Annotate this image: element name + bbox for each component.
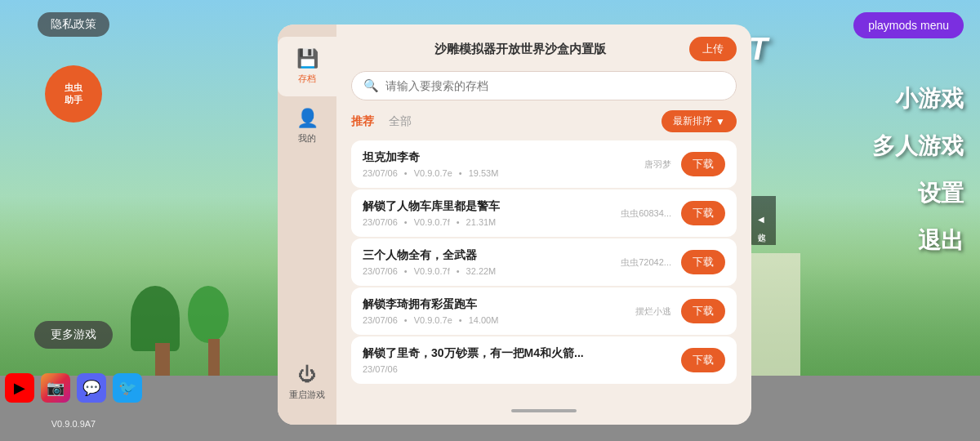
search-icon: 🔍 [363, 78, 379, 93]
filter-tab-recommended[interactable]: 推荐 [351, 114, 374, 129]
twitter-icon[interactable]: 🐦 [113, 373, 142, 403]
save-item-4[interactable]: 解锁了里奇，30万钞票，有一把M4和火箭... 23/07/06 下载 [351, 336, 737, 384]
sidebar-item-restart-label: 重启游戏 [289, 389, 325, 401]
save-author-3: 摆烂小逃 [635, 305, 671, 318]
menu-item-settings[interactable]: 设置 [918, 178, 964, 209]
sort-chevron-icon: ▼ [715, 116, 725, 127]
save-info-4: 解锁了里奇，30万钞票，有一把M4和火箭... 23/07/06 [363, 346, 681, 374]
save-meta-1: 23/07/06 • V0.9.0.7f • 21.31M [363, 217, 621, 227]
youtube-icon-symbol: ▶ [14, 379, 25, 397]
save-meta-0: 23/07/06 • V0.9.0.7e • 19.53M [363, 168, 644, 178]
modal-title: 沙雕模拟器开放世界沙盒内置版 [351, 42, 689, 57]
modal-panel: 💾 存档 👤 我的 ⏻ 重启游戏 沙雕模拟器开放世界沙盒内置版 上传 🔍 推荐 … [278, 24, 751, 425]
save-size-3: 14.00M [469, 315, 499, 325]
save-dot-2: • [404, 266, 408, 276]
social-icons-row: ▶ 📷 💬 🐦 [5, 373, 142, 403]
download-button-0[interactable]: 下载 [681, 152, 725, 176]
instagram-icon-symbol: 📷 [47, 379, 65, 397]
sidebar-item-saves[interactable]: 💾 存档 [278, 37, 336, 96]
filter-tab-all[interactable]: 全部 [389, 114, 412, 129]
save-meta-3: 23/07/06 • V0.9.0.7e • 14.00M [363, 315, 635, 325]
save-meta-2: 23/07/06 • V0.9.0.7f • 32.22M [363, 266, 621, 276]
save-meta-4: 23/07/06 [363, 364, 681, 374]
save-info-1: 解锁了人物车库里都是警车 23/07/06 • V0.9.0.7f • 21.3… [363, 199, 621, 227]
playmods-menu-button[interactable]: playmods menu [853, 12, 964, 38]
save-date-1: 23/07/06 [363, 217, 398, 227]
save-author-0: 唐羽梦 [644, 158, 671, 171]
right-menu-items: 小游戏 多人游戏 设置 退出 [784, 83, 964, 256]
save-name-2: 三个人物全有，全武器 [363, 248, 621, 263]
instagram-icon[interactable]: 📷 [41, 373, 70, 403]
restart-icon: ⏻ [298, 364, 316, 385]
save-item-2[interactable]: 三个人物全有，全武器 23/07/06 • V0.9.0.7f • 32.22M… [351, 238, 737, 286]
save-size-1: 21.31M [466, 217, 497, 227]
scroll-bar [511, 409, 577, 412]
save-item-1[interactable]: 解锁了人物车库里都是警车 23/07/06 • V0.9.0.7f • 21.3… [351, 189, 737, 237]
sidebar-item-mine-label: 我的 [298, 132, 316, 145]
menu-item-mini-games[interactable]: 小游戏 [895, 83, 964, 114]
sidebar-item-restart[interactable]: ⏻ 重启游戏 [278, 353, 336, 412]
download-button-1[interactable]: 下载 [681, 201, 725, 225]
save-info-2: 三个人物全有，全武器 23/07/06 • V0.9.0.7f • 32.22M [363, 248, 621, 276]
save-icon: 💾 [296, 48, 318, 69]
bug-helper-line1: 虫虫 [65, 82, 82, 94]
save-author-1: 虫虫60834... [621, 207, 671, 220]
save-name-4: 解锁了里奇，30万钞票，有一把M4和火箭... [363, 346, 681, 361]
download-button-4[interactable]: 下载 [681, 348, 725, 372]
save-dot2-0: • [459, 168, 462, 178]
modal-header: 沙雕模拟器开放世界沙盒内置版 上传 [351, 37, 737, 61]
left-panel: 隐私政策 虫虫 助手 更多游戏 ▶ 📷 💬 🐦 V0.9.0.9A7 [0, 0, 147, 441]
sidebar-item-mine[interactable]: 👤 我的 [278, 96, 336, 156]
sidebar-item-saves-label: 存档 [298, 73, 316, 85]
collapse-icon: ◀ [758, 215, 764, 224]
save-item-0[interactable]: 坦克加李奇 23/07/06 • V0.9.0.7e • 19.53M 唐羽梦 … [351, 140, 737, 188]
sort-button[interactable]: 最新排序 ▼ [662, 110, 737, 132]
download-button-2[interactable]: 下载 [681, 250, 725, 274]
save-version-2: V0.9.0.7f [414, 266, 450, 276]
bug-helper-line2: 助手 [65, 94, 82, 106]
save-dot2-1: • [457, 217, 460, 227]
save-date-3: 23/07/06 [363, 315, 398, 325]
save-list: 坦克加李奇 23/07/06 • V0.9.0.7e • 19.53M 唐羽梦 … [351, 140, 737, 403]
search-bar: 🔍 [351, 71, 737, 100]
save-size-2: 32.22M [466, 266, 497, 276]
search-input[interactable] [385, 79, 724, 92]
save-name-1: 解锁了人物车库里都是警车 [363, 199, 621, 214]
save-dot2-2: • [457, 266, 460, 276]
version-label: V0.9.0.9A7 [51, 419, 96, 429]
save-name-3: 解锁李琦拥有彩蛋跑车 [363, 297, 635, 312]
modal-main-content: 沙雕模拟器开放世界沙盒内置版 上传 🔍 推荐 全部 最新排序 ▼ 坦克加李奇 [336, 24, 751, 425]
save-dot-0: • [404, 168, 408, 178]
youtube-icon[interactable]: ▶ [5, 373, 34, 403]
save-version-3: V0.9.0.7e [414, 315, 452, 325]
privacy-button[interactable]: 隐私政策 [38, 12, 109, 37]
save-dot-3: • [404, 315, 408, 325]
save-date-4: 23/07/06 [363, 364, 398, 374]
save-info-3: 解锁李琦拥有彩蛋跑车 23/07/06 • V0.9.0.7e • 14.00M [363, 297, 635, 325]
bug-helper-button[interactable]: 虫虫 助手 [45, 65, 102, 122]
upload-button[interactable]: 上传 [689, 37, 737, 61]
save-info-0: 坦克加李奇 23/07/06 • V0.9.0.7e • 19.53M [363, 150, 644, 178]
menu-item-exit[interactable]: 退出 [918, 225, 964, 256]
more-games-button[interactable]: 更多游戏 [34, 321, 113, 349]
save-item-3[interactable]: 解锁李琦拥有彩蛋跑车 23/07/06 • V0.9.0.7e • 14.00M… [351, 287, 737, 335]
save-date-2: 23/07/06 [363, 266, 398, 276]
save-dot2-3: • [459, 315, 462, 325]
discord-icon-symbol: 💬 [82, 379, 100, 397]
save-name-0: 坦克加李奇 [363, 150, 644, 165]
right-menu: playmods menu 小游戏 多人游戏 设置 退出 [768, 0, 980, 441]
save-author-2: 虫虫72042... [621, 256, 671, 269]
filter-row: 推荐 全部 最新排序 ▼ [351, 110, 737, 132]
twitter-icon-symbol: 🐦 [118, 379, 136, 397]
save-size-0: 19.53M [469, 168, 499, 178]
user-icon: 👤 [296, 108, 318, 129]
scroll-indicator [351, 403, 737, 412]
download-button-3[interactable]: 下载 [681, 299, 725, 323]
filter-tabs: 推荐 全部 [351, 114, 412, 129]
menu-item-multiplayer[interactable]: 多人游戏 [872, 131, 964, 162]
save-dot-1: • [404, 217, 408, 227]
modal-sidebar: 💾 存档 👤 我的 ⏻ 重启游戏 [278, 24, 336, 425]
save-date-0: 23/07/06 [363, 168, 398, 178]
tree-trunk [155, 343, 170, 376]
discord-icon[interactable]: 💬 [77, 373, 106, 403]
